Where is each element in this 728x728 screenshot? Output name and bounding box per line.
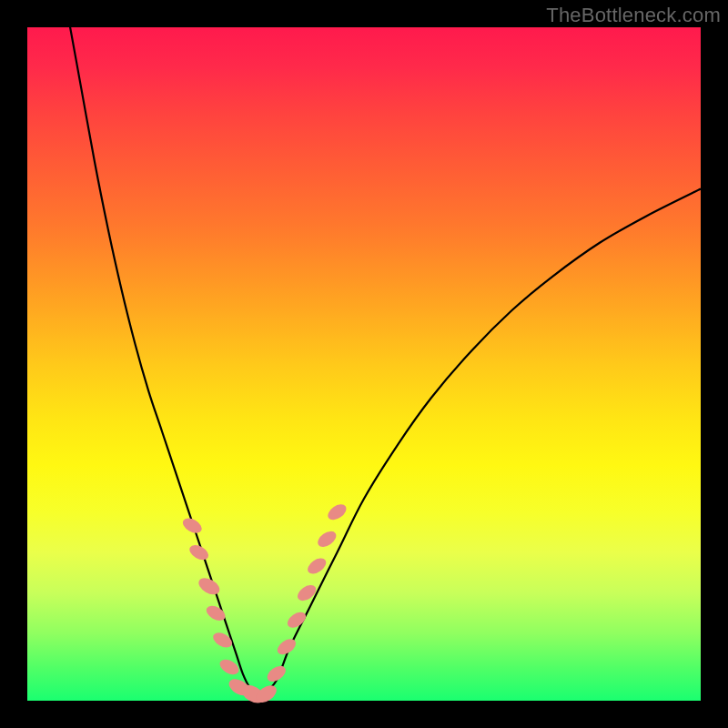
marker-point xyxy=(325,501,349,523)
marker-point xyxy=(196,574,222,597)
curve-path xyxy=(67,14,701,695)
bottleneck-curve xyxy=(67,14,701,695)
marker-point xyxy=(315,528,339,550)
highlighted-points xyxy=(180,501,349,707)
plot-area xyxy=(27,27,701,701)
watermark-text: TheBottleneck.com xyxy=(546,4,721,27)
marker-point xyxy=(210,630,234,651)
marker-point xyxy=(180,515,204,536)
marker-point xyxy=(295,582,318,604)
marker-point xyxy=(305,555,329,577)
marker-point xyxy=(285,609,308,631)
chart-frame: TheBottleneck.com xyxy=(0,0,728,728)
chart-svg xyxy=(27,27,701,701)
